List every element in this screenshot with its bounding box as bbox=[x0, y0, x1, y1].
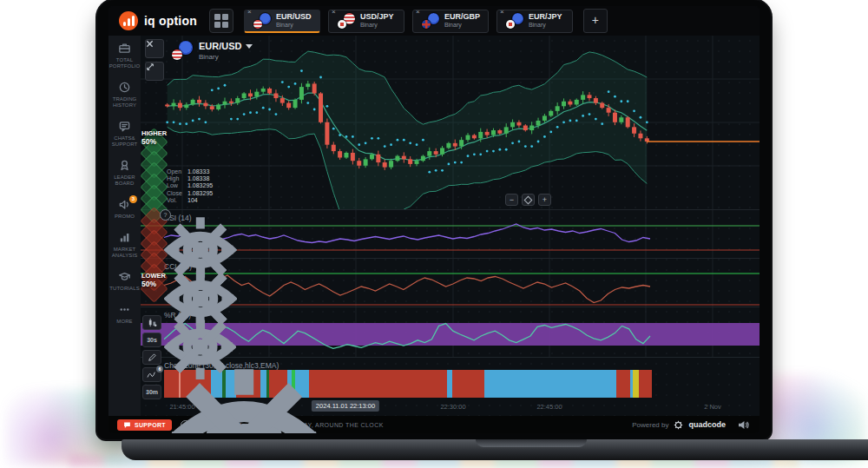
asset-type-label: Binary bbox=[199, 53, 253, 61]
higher-button[interactable]: HIGHER 50% bbox=[141, 129, 167, 146]
sidebar-item-label: MORE bbox=[116, 319, 132, 325]
help-icon[interactable]: ? bbox=[160, 209, 171, 221]
ohlc-row: Low1.083295 bbox=[167, 182, 213, 189]
flag-pair bbox=[506, 13, 523, 29]
powered-by-text: Powered by bbox=[632, 421, 668, 429]
close-icon[interactable]: × bbox=[247, 9, 252, 16]
indicators-button[interactable]: 6 bbox=[142, 367, 161, 382]
speaker-icon[interactable] bbox=[738, 420, 749, 430]
quadcode-brand: quadcode bbox=[688, 420, 726, 429]
top-bar: iq option ×EUR/USDBinary×USD/JPYBinary×E… bbox=[108, 6, 760, 36]
indicator-count-badge: 6 bbox=[156, 366, 163, 372]
close-icon[interactable]: × bbox=[416, 9, 420, 16]
flag-pair bbox=[253, 13, 271, 29]
sidebar-item-label: PROMO bbox=[115, 214, 135, 220]
more-dots-icon bbox=[118, 303, 131, 316]
draw-pencil-button[interactable] bbox=[142, 350, 161, 365]
notification-badge: 3 bbox=[129, 195, 137, 203]
chop-zone-segment bbox=[309, 370, 446, 398]
sidebar-item-tutorials[interactable]: TUTORIALS bbox=[108, 264, 141, 297]
zoom-out-button[interactable]: − bbox=[505, 194, 518, 206]
chevron-down-icon bbox=[246, 44, 253, 49]
time-tick-label: 22:45:00 bbox=[536, 403, 562, 411]
graduation-cap-icon bbox=[118, 270, 131, 283]
chop-zone-segment bbox=[633, 370, 639, 398]
sidebar-item-more[interactable]: MORE bbox=[108, 297, 141, 330]
logo-text: iq option bbox=[144, 14, 197, 28]
app-window: iq option ×EUR/USDBinary×USD/JPYBinary×E… bbox=[108, 6, 760, 433]
chop-zone-segment bbox=[639, 370, 652, 398]
lower-button[interactable]: LOWER 50% bbox=[141, 272, 166, 288]
asset-tab-usd-jpy[interactable]: ×USD/JPYBinary bbox=[328, 10, 404, 33]
asset-tab-eur-usd[interactable]: ×EUR/USDBinary bbox=[244, 10, 320, 33]
laptop-notch bbox=[476, 439, 587, 447]
add-asset-button[interactable]: + bbox=[583, 9, 608, 33]
sidebar-item-label: MARKETANALYSIS bbox=[112, 247, 138, 259]
ohlc-row: High1.08338 bbox=[167, 175, 213, 182]
tab-type-label: Binary bbox=[360, 21, 394, 30]
briefcase-icon bbox=[118, 42, 131, 55]
clock-icon bbox=[118, 81, 131, 94]
candlestick-chart[interactable] bbox=[141, 36, 760, 209]
flag-jpy-icon bbox=[338, 20, 346, 29]
close-icon[interactable] bbox=[228, 214, 237, 222]
asset-tab-eur-gbp[interactable]: ×EUR/GBPBinary bbox=[412, 10, 489, 33]
app-logo: iq option bbox=[119, 11, 197, 30]
chart-expand-button[interactable] bbox=[145, 62, 164, 81]
close-icon[interactable] bbox=[228, 262, 237, 271]
sidebar-item-label: TRADINGHISTORY bbox=[113, 96, 137, 109]
tab-type-label: Binary bbox=[529, 21, 562, 30]
close-icon[interactable]: × bbox=[500, 9, 504, 16]
ohlc-readout: Open1.08333High1.08338Low1.083295Close1.… bbox=[167, 168, 213, 204]
sidebar-item-label: TOTALPORTFOLIO bbox=[109, 57, 140, 69]
chart-type-button[interactable] bbox=[142, 315, 161, 330]
sidebar-item-trading-history[interactable]: TRADINGHISTORY bbox=[108, 75, 141, 114]
tab-pair-label: EUR/JPY bbox=[529, 12, 562, 21]
chop-zone-segment bbox=[484, 370, 616, 398]
asset-tab-eur-jpy[interactable]: ×EUR/JPYBinary bbox=[496, 10, 573, 33]
williams-r-panel[interactable]: %R (14) bbox=[141, 307, 760, 357]
chart-toolbar: 30s 6 30m bbox=[142, 315, 161, 399]
sidebar-item-market-analysis[interactable]: MARKETANALYSIS bbox=[108, 225, 141, 264]
sidebar-item-leader-board[interactable]: LEADERBOARD bbox=[108, 153, 141, 192]
close-icon[interactable] bbox=[227, 311, 236, 320]
asset-flag-pair bbox=[172, 41, 193, 60]
iq-option-logo-icon bbox=[119, 11, 138, 30]
chop-zone-segment bbox=[452, 370, 484, 398]
autoscale-button[interactable] bbox=[522, 194, 535, 206]
chop-zone-panel[interactable]: Chop Zone (30,34,close,hlc3,EMA) bbox=[141, 357, 760, 397]
flag-gbp-icon bbox=[422, 20, 431, 29]
close-icon[interactable]: × bbox=[332, 9, 336, 16]
sidebar-item-promo[interactable]: PROMO3 bbox=[108, 192, 141, 225]
sidebar: TOTALPORTFOLIOTRADINGHISTORYCHATS&SUPPOR… bbox=[108, 36, 141, 416]
time-tick-label: 2 Nov bbox=[704, 403, 721, 411]
sidebar-item-label: LEADERBOARD bbox=[114, 175, 135, 187]
asset-pair-label: EUR/USD bbox=[199, 41, 242, 51]
bar-chart-icon bbox=[118, 231, 131, 244]
chart-close-button[interactable] bbox=[145, 39, 164, 58]
ohlc-row: Open1.08333 bbox=[167, 168, 213, 175]
flag-pair bbox=[338, 13, 355, 29]
flag-pair bbox=[422, 13, 439, 29]
sidebar-item-chats-support[interactable]: CHATS&SUPPORT bbox=[108, 114, 141, 153]
medal-icon bbox=[118, 159, 131, 172]
tab-pair-label: EUR/USD bbox=[276, 12, 312, 21]
cci-panel[interactable]: CCI (14) bbox=[141, 258, 760, 307]
asset-tabs: ×EUR/USDBinary×USD/JPYBinary×EUR/GBPBina… bbox=[244, 10, 573, 33]
flag-jpy-icon bbox=[506, 20, 515, 29]
tab-type-label: Binary bbox=[276, 21, 312, 30]
ohlc-row: Close1.083295 bbox=[167, 190, 213, 197]
laptop-base bbox=[122, 439, 868, 460]
asset-header[interactable]: EUR/USD Binary bbox=[168, 41, 253, 61]
zoom-in-button[interactable]: + bbox=[538, 194, 551, 206]
sidebar-item-label: CHATS&SUPPORT bbox=[112, 135, 138, 148]
asset-grid-button[interactable] bbox=[209, 9, 233, 33]
quadcode-gear-icon bbox=[674, 420, 683, 430]
rsi-panel[interactable]: RSI (14) bbox=[141, 209, 760, 258]
timeframe-30m-button[interactable]: 30m bbox=[142, 385, 161, 399]
chart-zoom-controls: − + bbox=[505, 194, 551, 206]
close-icon[interactable] bbox=[315, 361, 324, 370]
timeframe-30s-button[interactable]: 30s bbox=[142, 333, 161, 347]
main-chart-panel[interactable]: EUR/USD Binary Open1.08333High1.08338Low… bbox=[141, 36, 760, 209]
sidebar-item-total-portfolio[interactable]: TOTALPORTFOLIO bbox=[108, 36, 141, 75]
